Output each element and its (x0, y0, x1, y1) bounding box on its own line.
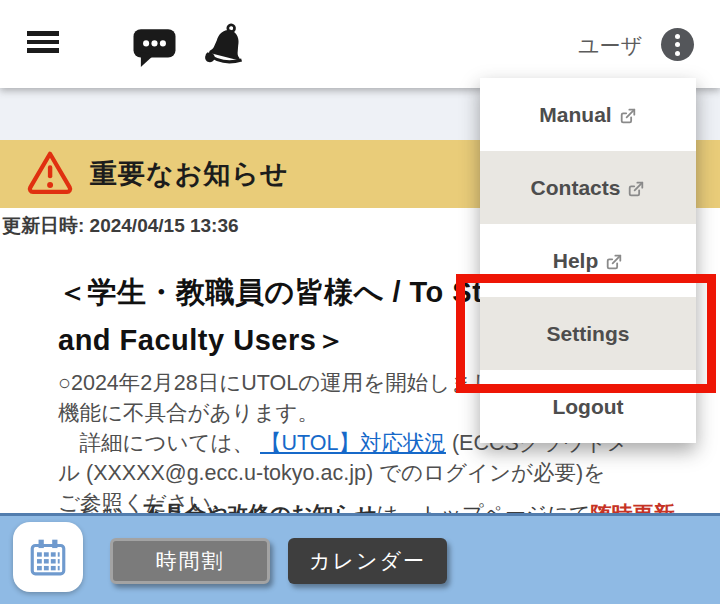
menu-item-settings[interactable]: Settings (480, 297, 696, 370)
link-line-before: 詳細については、 (58, 431, 260, 455)
hamburger-bar (27, 40, 59, 45)
bell-icon (201, 22, 253, 68)
updated-timestamp: 更新日時: 2024/04/15 13:36 (2, 213, 239, 239)
hamburger-bar (27, 31, 59, 36)
menu-item-label: Help (553, 249, 599, 273)
notice-text-line: ル (XXXXX@g.ecc.u-tokyo.ac.jp) でのログインが必要)… (58, 458, 720, 488)
messages-button[interactable] (131, 25, 178, 71)
menu-item-label: Logout (552, 395, 623, 419)
utol-mobile-page: ユーザ 重要なお知らせ 更新日時: 2024/04/15 13:36 ＜学生・教… (0, 0, 720, 604)
kebab-dot (675, 51, 680, 56)
menu-item-contacts[interactable]: Contacts (480, 151, 696, 224)
kebab-menu-button[interactable] (661, 28, 694, 61)
external-link-icon (605, 253, 623, 271)
bottom-toolbar: 時間割 カレンダー (0, 513, 720, 604)
hamburger-menu-button[interactable] (27, 31, 59, 57)
user-label: ユーザ (578, 32, 642, 60)
timetable-button[interactable]: 時間割 (110, 538, 270, 584)
notice-title: 重要なお知らせ (90, 156, 289, 192)
app-header: ユーザ (0, 0, 720, 88)
user-dropdown-menu: Manual Contacts Help (480, 78, 696, 443)
menu-item-label: Settings (547, 322, 630, 346)
menu-item-label: Contacts (531, 176, 621, 200)
menu-item-help[interactable]: Help (480, 224, 696, 297)
kebab-dot (675, 42, 680, 47)
calendar-button[interactable]: カレンダー (288, 538, 447, 584)
chat-bubble-icon (131, 25, 178, 67)
menu-item-logout[interactable]: Logout (480, 370, 696, 443)
external-link-icon (627, 180, 645, 198)
timetable-icon (27, 536, 69, 578)
external-link-icon (619, 107, 637, 125)
hamburger-bar (27, 48, 59, 53)
notifications-button[interactable] (201, 22, 253, 72)
menu-item-label: Manual (539, 103, 611, 127)
kebab-dot (675, 34, 680, 39)
calendar-tile-button[interactable] (13, 522, 83, 592)
menu-item-manual[interactable]: Manual (480, 78, 696, 151)
utol-status-link[interactable]: 【UTOL】対応状況 (260, 431, 446, 455)
warning-triangle-icon (25, 148, 75, 200)
